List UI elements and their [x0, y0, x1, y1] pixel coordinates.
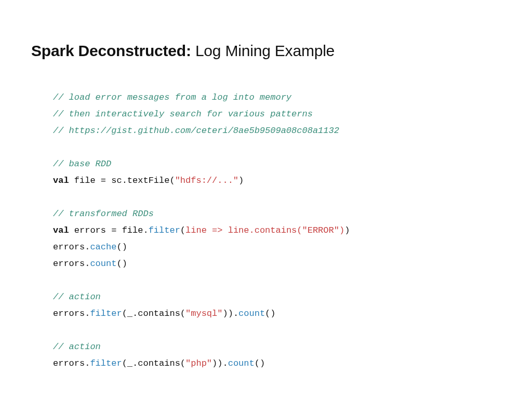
code-text: )	[238, 176, 244, 185]
code-string: "hdfs://..."	[175, 176, 238, 185]
code-text: errors.	[53, 309, 90, 318]
code-text: )).	[212, 358, 228, 368]
code-comment: // then interactively search for various…	[53, 109, 313, 119]
code-text: ()	[265, 309, 275, 318]
code-comment: // https://gist.github.com/ceteri/8ae5b9…	[53, 126, 339, 136]
code-fn: filter	[149, 225, 180, 235]
title-bold: Spark Deconstructed:	[31, 42, 191, 59]
code-text: ()	[116, 242, 127, 252]
code-text: )).	[222, 309, 238, 318]
code-comment: // base RDD	[53, 159, 111, 169]
code-text: errors.	[53, 242, 90, 252]
page-title: Spark Deconstructed: Log Mining Example	[31, 42, 501, 60]
code-string: "php"	[185, 358, 212, 368]
code-comment: // load error messages from a log into m…	[53, 92, 291, 102]
code-comment: // action	[53, 342, 101, 352]
code-fn: count	[238, 309, 265, 318]
code-block: // load error messages from a log into m…	[53, 89, 501, 372]
code-lambda: line => line.contains("ERROR")	[185, 225, 344, 235]
code-fn: filter	[90, 358, 122, 368]
code-text: errors = file.	[69, 225, 149, 235]
code-text: (_.contains(	[122, 309, 185, 318]
code-fn: count	[228, 358, 255, 368]
title-rest: Log Mining Example	[191, 42, 335, 59]
code-text: file = sc.textFile(	[69, 176, 175, 185]
code-fn: cache	[90, 242, 116, 252]
code-text: (_.contains(	[122, 358, 185, 368]
code-text: )	[344, 225, 350, 235]
code-text: errors.	[53, 259, 90, 269]
code-keyword: val	[53, 225, 69, 235]
code-fn: count	[90, 259, 116, 269]
code-fn: filter	[90, 309, 122, 318]
code-text: (	[180, 225, 185, 235]
code-keyword: val	[53, 176, 69, 185]
code-text: ()	[255, 358, 265, 368]
code-text: errors.	[53, 358, 90, 368]
code-comment: // transformed RDDs	[53, 209, 154, 219]
slide: Spark Deconstructed: Log Mining Example …	[0, 0, 532, 399]
code-string: "mysql"	[185, 309, 222, 318]
code-comment: // action	[53, 292, 101, 302]
code-text: ()	[116, 259, 127, 269]
